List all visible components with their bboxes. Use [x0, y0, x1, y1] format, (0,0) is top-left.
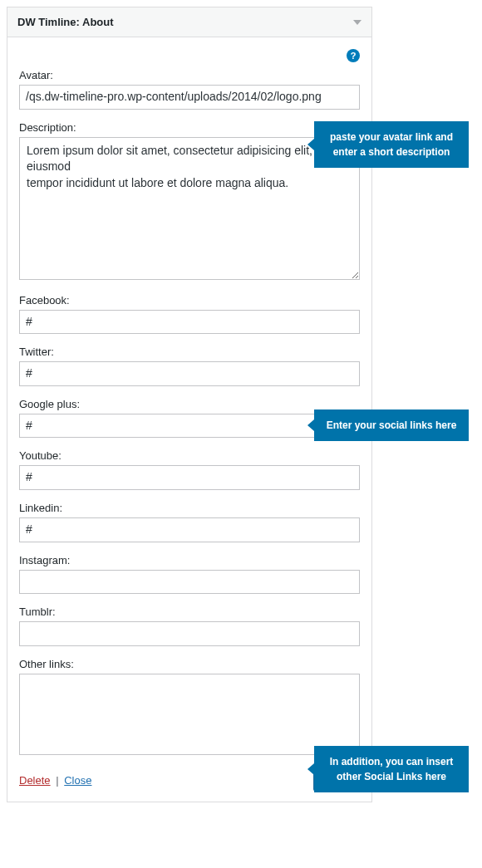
- avatar-input[interactable]: [19, 85, 360, 110]
- instagram-label: Instagram:: [19, 554, 360, 566]
- field-youtube: Youtube:: [19, 449, 360, 490]
- youtube-label: Youtube:: [19, 449, 360, 462]
- field-facebook: Facebook:: [19, 294, 360, 335]
- field-otherlinks: Other links:: [19, 658, 360, 758]
- linkedin-label: Linkedin:: [19, 502, 360, 514]
- widget-title: DW Timline: About: [17, 16, 114, 28]
- twitter-input[interactable]: [19, 361, 360, 386]
- linkedin-input[interactable]: [19, 517, 360, 542]
- description-label: Description:: [19, 121, 360, 134]
- field-linkedin: Linkedin:: [19, 502, 360, 542]
- description-textarea[interactable]: [19, 137, 360, 280]
- avatar-label: Avatar:: [19, 69, 360, 81]
- chevron-down-icon: [353, 20, 362, 25]
- field-googleplus: Google plus:: [19, 398, 360, 439]
- tumblr-label: Tumblr:: [19, 606, 360, 618]
- close-link[interactable]: Close: [64, 774, 91, 787]
- help-icon[interactable]: ?: [347, 49, 360, 62]
- callout-avatar-hint: paste your avatar link and enter a short…: [314, 121, 469, 168]
- callout-social-hint: Enter your social links here: [314, 409, 469, 441]
- callout-other-hint: In addition, you can insert other Social…: [314, 746, 469, 792]
- field-tumblr: Tumblr:: [19, 606, 360, 646]
- delete-link[interactable]: Delete: [19, 774, 51, 787]
- otherlinks-label: Other links:: [19, 658, 360, 670]
- field-twitter: Twitter:: [19, 346, 360, 386]
- tumblr-input[interactable]: [19, 621, 360, 646]
- widget-header[interactable]: DW Timline: About: [7, 7, 371, 37]
- instagram-input[interactable]: [19, 570, 360, 595]
- separator: |: [56, 774, 58, 787]
- facebook-label: Facebook:: [19, 294, 360, 306]
- field-instagram: Instagram:: [19, 554, 360, 595]
- googleplus-label: Google plus:: [19, 398, 360, 410]
- youtube-input[interactable]: [19, 465, 360, 490]
- field-avatar: Avatar:: [19, 69, 360, 110]
- facebook-input[interactable]: [19, 310, 360, 335]
- twitter-label: Twitter:: [19, 346, 360, 358]
- otherlinks-textarea[interactable]: [19, 674, 360, 755]
- footer-links: Delete | Close: [19, 774, 91, 787]
